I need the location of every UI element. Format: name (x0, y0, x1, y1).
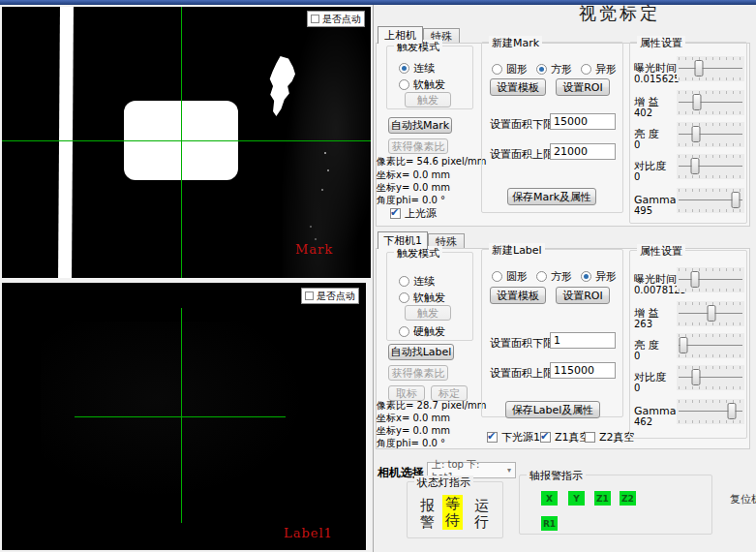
bottom-light-checkbox[interactable]: 下光源1 (487, 430, 540, 445)
radio-circle-bottom[interactable]: 圆形 (492, 269, 528, 284)
radio-hard-trigger-bottom[interactable]: 硬触发 (399, 324, 445, 339)
slider-thumb[interactable] (693, 94, 702, 110)
area-lower-input-bottom[interactable] (550, 332, 616, 349)
area-upper-input-top[interactable] (550, 143, 616, 160)
contrast-slider-row-top: 对比度 0 (634, 159, 744, 190)
auto-find-label-button[interactable]: 自动找Label (388, 344, 454, 360)
group-title: 新建Label (489, 243, 545, 258)
radio-square-bottom[interactable]: 方形 (536, 269, 572, 284)
get-pixel-ratio-button-bottom[interactable]: 获得像素比 (388, 365, 448, 381)
checkbox-box[interactable] (540, 432, 551, 443)
radio-label: 圆形 (506, 62, 528, 77)
checkbox-box[interactable] (390, 208, 401, 219)
readout-coord-y-top: 坐标y= 0.0 mm (377, 181, 450, 195)
radio-circle-glyph[interactable] (536, 271, 547, 282)
slider-thumb[interactable] (728, 403, 737, 419)
axis-indicator-z2: Z2 (620, 491, 636, 506)
radio-circle-glyph[interactable] (399, 276, 409, 287)
radio-continuous-bottom[interactable]: 连续 (399, 274, 435, 289)
radio-soft-trigger-bottom[interactable]: 软触发 (399, 291, 445, 305)
slider-thumb[interactable] (708, 305, 716, 322)
exposure-slider-top[interactable] (677, 56, 744, 81)
jog-checkbox-box[interactable] (305, 291, 314, 300)
radio-soft-trigger-top[interactable]: 软触发 (399, 77, 445, 92)
reset-button[interactable]: 复位机 (730, 492, 756, 506)
auto-find-mark-button[interactable]: 自动找Mark (388, 117, 452, 134)
slider-value: 0 (634, 171, 640, 182)
radio-circle-glyph[interactable] (399, 292, 409, 303)
radio-label: 异形 (595, 269, 617, 284)
readout-angle-top: 角度phi= 0.0 ° (377, 194, 445, 207)
brightness-slider-top[interactable] (677, 122, 744, 147)
tab-top-camera[interactable]: 上相机 (378, 26, 423, 44)
slider-thumb[interactable] (691, 369, 700, 385)
top-light-checkbox[interactable]: 上光源 (390, 206, 437, 221)
radio-square-top[interactable]: 方形 (536, 62, 572, 77)
set-template-button-bottom[interactable]: 设置模板 (490, 287, 546, 304)
radio-circle-glyph[interactable] (581, 271, 591, 282)
page-title: 视觉标定 (537, 2, 702, 25)
exposure-slider-bottom[interactable] (677, 267, 744, 292)
radio-irregular-bottom[interactable]: 异形 (581, 269, 617, 284)
slider-thumb[interactable] (690, 158, 699, 174)
set-roi-button-top[interactable]: 设置ROI (556, 78, 610, 96)
save-mark-button[interactable]: 保存Mark及属性 (507, 188, 596, 205)
z2-vacuum-checkbox[interactable]: Z2真空 (585, 430, 635, 445)
checkbox-box[interactable] (487, 432, 498, 443)
gamma-slider-bottom[interactable] (677, 399, 744, 424)
gain-slider-top[interactable] (677, 90, 744, 115)
radio-continuous-top[interactable]: 连续 (399, 61, 435, 76)
tab-bottom-camera[interactable]: 下相机1 (378, 231, 428, 249)
checkbox-box[interactable] (585, 432, 595, 443)
jog-checkbox-top[interactable]: 是否点动 (307, 11, 365, 27)
radio-circle-glyph[interactable] (399, 63, 409, 74)
radio-circle-top[interactable]: 圆形 (492, 62, 528, 77)
axis-indicator-z1: Z1 (594, 491, 611, 506)
radio-circle-glyph[interactable] (492, 271, 502, 282)
button-label: 触发 (417, 306, 438, 321)
trigger-mode-group-bottom: 触发模式 连续 软触发 触发 硬触发 (386, 252, 473, 341)
crosshair-horizontal-bottom (75, 416, 286, 417)
slider-value: 495 (634, 205, 652, 216)
group-title: 属性设置 (637, 36, 685, 50)
slider-thumb[interactable] (691, 126, 700, 142)
z1-vacuum-checkbox[interactable]: Z1真空 (540, 430, 590, 445)
get-pixel-ratio-button-top[interactable]: 获得像素比 (388, 138, 448, 154)
radio-label: 方形 (551, 269, 572, 284)
button-label: 设置模板 (497, 289, 539, 303)
crosshair-vertical-top (181, 7, 182, 278)
slider-thumb[interactable] (731, 192, 740, 208)
radio-label: 软触发 (413, 77, 445, 92)
gain-slider-bottom[interactable] (677, 301, 744, 326)
save-label-button[interactable]: 保存Label及属性 (505, 401, 600, 418)
area-lower-input-top[interactable] (550, 113, 616, 130)
new-mark-group: 新建Mark 圆形 方形 异形 设置模板 设置ROI 设置面积下限 设置面积上限… (481, 42, 623, 213)
button-label: 设置ROI (562, 80, 603, 95)
jog-checkbox-bottom[interactable]: 是否点动 (301, 288, 359, 304)
slider-value: 402 (634, 107, 652, 118)
area-upper-input-bottom[interactable] (550, 362, 616, 379)
radio-circle-glyph[interactable] (536, 64, 547, 75)
slider-thumb[interactable] (690, 271, 699, 288)
radio-circle-glyph[interactable] (399, 326, 409, 337)
slider-thumb[interactable] (680, 337, 688, 353)
contrast-slider-bottom[interactable] (677, 365, 744, 390)
set-template-button-top[interactable]: 设置模板 (490, 78, 546, 96)
tab-label: 下相机1 (383, 233, 422, 248)
button-label: 获得像素比 (392, 366, 445, 381)
gamma-slider-top[interactable] (677, 188, 744, 213)
slider-thumb[interactable] (695, 60, 704, 77)
radio-irregular-top[interactable]: 异形 (581, 62, 617, 77)
brightness-slider-bottom[interactable] (677, 333, 744, 358)
camera-view-top: 是否点动 Mark (2, 7, 371, 278)
trigger-button-top[interactable]: 触发 (405, 92, 451, 107)
contrast-slider-top[interactable] (677, 154, 744, 179)
jog-checkbox-box[interactable] (311, 15, 319, 23)
radio-circle-glyph[interactable] (399, 79, 409, 90)
radio-circle-glyph[interactable] (581, 64, 591, 75)
radio-label: 连续 (413, 274, 435, 289)
radio-label: 异形 (595, 62, 617, 77)
set-roi-button-bottom[interactable]: 设置ROI (556, 287, 610, 304)
trigger-button-bottom[interactable]: 触发 (405, 305, 451, 321)
radio-circle-glyph[interactable] (492, 64, 502, 75)
